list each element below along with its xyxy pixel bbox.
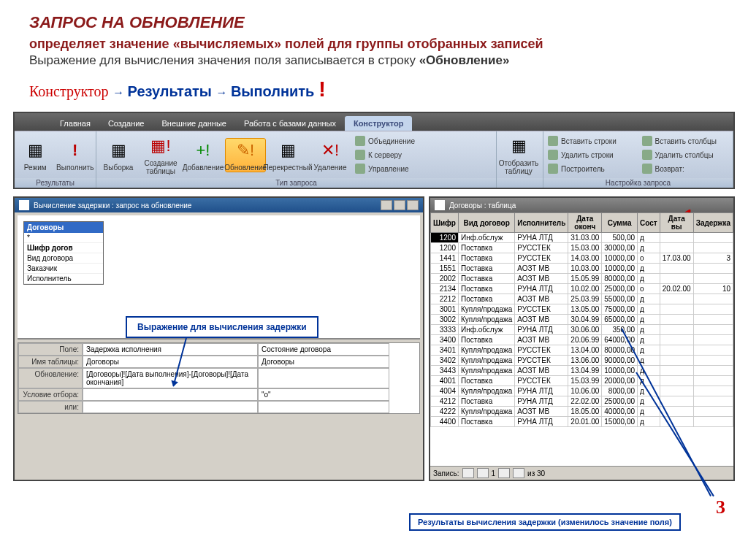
table-row[interactable]: 3002Купля/продажаАОЗТ МВ30.04.9965000,00… [430,315,733,325]
query-title: Вычисление задержки : запрос на обновлен… [34,202,191,210]
group-querytype-label: Тип запроса [96,178,496,188]
showtable-button[interactable]: ▦Отобразить таблицу [498,134,539,175]
builder-button[interactable]: Построитель [545,162,638,175]
construct-steps: Конструктор → Результаты → Выполнить ! [0,72,748,109]
nav-first-button[interactable] [462,468,474,478]
table-datasheet-window: Договоры : таблица ШифрВид договорИсполн… [429,196,735,481]
run-button[interactable]: !Выполнить [56,139,95,172]
fieldlist-item[interactable]: * [24,233,103,243]
table-row[interactable]: 3402Купля/продажаРУССТЕК13.06.0090000,00… [430,356,733,366]
table-row[interactable]: 4001ПоставкаРУССТЕК15.03.9920000,00д [430,376,733,386]
column-header[interactable]: Сумма [602,213,638,233]
query-grid[interactable]: Поле:Задержка исполненияСостояние догово… [18,343,419,413]
tab-dbtools[interactable]: Работа с базами данных [235,116,345,131]
query-design-window: Вычисление задержки : запрос на обновлен… [13,196,424,481]
view-button[interactable]: ▦Режим [16,139,55,172]
nav-last-button[interactable] [513,468,524,478]
column-header[interactable]: Шифр [430,213,458,233]
table-row[interactable]: 1200ПоставкаРУССТЕК15.03.0030000,00д [430,243,733,253]
expression-callout: Выражение для вычисления задержки [126,316,318,338]
table-row[interactable]: 3401Купля/продажаРУССТЕК13.04.0080000,00… [430,345,733,356]
table-row[interactable]: 4212ПоставкаРУНА ЛТД22.02.0025000,00д [430,396,733,407]
datadef-button[interactable]: Управление [352,162,418,175]
fieldlist-title: Договоры [24,222,103,233]
column-header[interactable]: Дата вы [660,213,693,233]
result-callout: Результаты вычисления задержки (изменило… [409,513,681,531]
ribbon: Главная Создание Внешние данные Работа с… [13,112,735,189]
table-icon [435,200,445,210]
query-icon [19,200,29,210]
insert-cols-button[interactable]: Вставить столбцы [639,134,732,147]
fieldlist-item[interactable]: Заказчик [24,264,103,274]
ribbon-tabs: Главная Создание Внешние данные Работа с… [15,113,733,131]
select-query-button[interactable]: ▦Выборка [98,139,139,172]
slide-subtitle: определяет значение «вычисляемых» полей … [0,35,748,52]
group-results-label: Результаты [15,178,96,188]
table-row[interactable]: 3443Купля/продажаАОЗТ МВ13.04.9910000,00… [430,366,733,376]
slide-title: ЗАПРОС НА ОБНОВЛЕНИЕ [0,0,748,35]
slide-body: Выражение для вычисления значения поля з… [0,52,748,72]
delete-cols-button[interactable]: Удалить столбцы [639,148,732,161]
return-button[interactable]: Возврат: [639,162,732,175]
table-row[interactable]: 2002ПоставкаАОЗТ МВ15.05.9980000,00д [430,274,733,284]
close-button[interactable] [407,200,419,210]
maximize-button[interactable] [394,200,405,210]
group-show-label [497,178,543,188]
table-row[interactable]: 3001Купля/продажаРУССТЕК13.05.0075000,00… [430,304,733,315]
column-header[interactable]: Сост [638,213,660,233]
datasheet[interactable]: ШифрВид договорИсполнительДата окончСумм… [430,212,733,466]
table-row[interactable]: 4222Купля/продажаАОЗТ МВ18.05.0040000,00… [430,407,733,417]
table-row[interactable]: 1441ПоставкаРУССТЕК14.03.0010000,00о17.0… [430,253,733,264]
column-header[interactable]: Дата оконч [568,213,602,233]
column-header[interactable]: Задержка [693,213,733,233]
table-row[interactable]: 1551ПоставкаАОЗТ МВ10.03.0010000,00д [430,264,733,274]
column-header[interactable]: Исполнитель [515,213,568,233]
passthrough-button[interactable]: К серверу [352,148,418,161]
crosstab-button[interactable]: ▦Перекрестный [267,139,308,172]
table-row[interactable]: 4400ПоставкаРУНА ЛТД20.01.0015000,00д [430,417,733,427]
query-titlebar[interactable]: Вычисление задержки : запрос на обновлен… [15,198,423,212]
maketable-button[interactable]: ▦!Создание таблицы [140,134,181,175]
tab-design[interactable]: Конструктор [345,116,412,131]
insert-rows-button[interactable]: Вставить строки [545,134,638,147]
table-row[interactable]: 1200Инф.обслужРУНА ЛТД31.03.00500,00д [430,233,733,243]
nav-prev-button[interactable] [477,468,489,478]
fieldlist-item[interactable]: Шифр догов [24,243,103,253]
update-button[interactable]: ✎!Обновление [225,138,266,172]
tab-home[interactable]: Главная [51,116,99,131]
table-row[interactable]: 3333Инф.обслужРУНА ЛТД30.06.00350,00д [430,325,733,335]
fieldlist-item[interactable]: Исполнитель [24,274,103,284]
table-row[interactable]: 2212ПоставкаАОЗТ МВ25.03.9955000,00д [430,294,733,304]
table-row[interactable]: 2134ПоставкаРУНА ЛТД10.02.0025000,00о20.… [430,284,733,294]
table-fieldlist[interactable]: Договоры *Шифр договВид договораЗаказчик… [23,221,104,285]
delete-rows-button[interactable]: Удалить строки [545,148,638,161]
fieldlist-item[interactable]: Вид договора [24,253,103,264]
nav-next-button[interactable] [498,468,510,478]
table-row[interactable]: 4004Купля/продажаРУНА ЛТД10.06.008000,00… [430,386,733,396]
tab-create[interactable]: Создание [99,116,153,131]
append-button[interactable]: +!Добавление [183,139,224,172]
table-row[interactable]: 3400ПоставкаАОЗТ МВ20.06.9964000,00д [430,335,733,345]
nav-position: 1 [492,469,496,477]
tab-external[interactable]: Внешние данные [153,116,235,131]
column-header[interactable]: Вид договор [458,213,514,233]
minimize-button[interactable] [381,200,392,210]
delete-button[interactable]: ✕!Удаление [310,139,351,172]
marker-3: 3 [716,496,725,518]
group-setup-label: Настройка запроса [543,178,733,188]
table-title: Договоры : таблица [449,202,516,210]
union-button[interactable]: Объединение [352,134,418,147]
record-navigator[interactable]: Запись: 1 из 30 [430,466,733,480]
